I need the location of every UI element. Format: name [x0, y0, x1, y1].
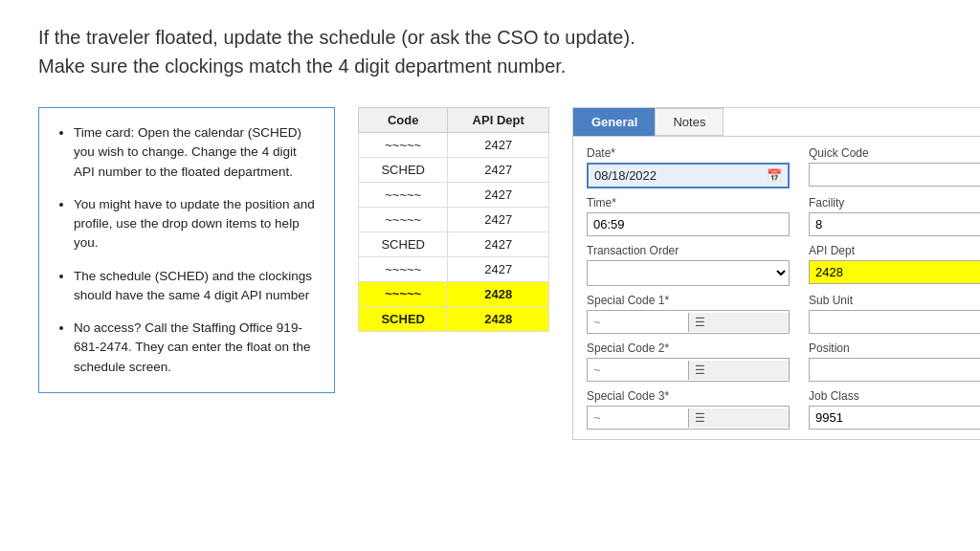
- api-dept-input-row[interactable]: ☰: [809, 260, 980, 284]
- table-row: SCHED 2427: [359, 232, 549, 257]
- table-cell-code: ~~~~~: [359, 133, 448, 158]
- tab-general[interactable]: General: [573, 108, 656, 136]
- table-cell-dept: 2427: [448, 183, 549, 208]
- quick-code-group: Quick Code ☰: [809, 146, 980, 188]
- job-class-input[interactable]: [810, 407, 980, 429]
- transaction-order-label: Transaction Order: [587, 244, 790, 257]
- quick-code-input[interactable]: [810, 164, 980, 186]
- table-row: ~~~~~ 2427: [359, 183, 549, 208]
- special-code1-group: Special Code 1* ~ ☰: [587, 294, 790, 334]
- facility-group: Facility ☰: [809, 196, 980, 236]
- api-dept-label: API Dept: [809, 244, 980, 257]
- quick-code-label: Quick Code: [809, 146, 980, 160]
- special-code1-value: ~: [588, 311, 688, 333]
- table-row: ~~~~~ 2427: [359, 133, 549, 158]
- list-item: You might have to update the position an…: [74, 195, 317, 253]
- table-row: ~~~~~ 2427: [359, 208, 549, 232]
- job-class-group: Job Class ☰: [809, 389, 980, 430]
- date-group: Date* 📅: [587, 146, 790, 188]
- special-code3-group: Special Code 3* ~ ☰: [587, 389, 790, 430]
- bullet-panel: Time card: Open the calendar (SCHED) you…: [38, 107, 335, 393]
- table-cell-code: ~~~~~: [359, 183, 448, 208]
- table-panel: Code API Dept ~~~~~ 2427 SCHED 2427 ~~~~…: [358, 107, 549, 332]
- table-cell-code: ~~~~~: [359, 282, 448, 307]
- data-table: Code API Dept ~~~~~ 2427 SCHED 2427 ~~~~…: [358, 107, 549, 332]
- header-line2: Make sure the clockings match the 4 digi…: [38, 55, 566, 77]
- position-input-row[interactable]: ☰: [809, 358, 980, 382]
- special-code2-input-row[interactable]: ~ ☰: [587, 358, 790, 382]
- table-cell-dept: 2427: [448, 257, 549, 282]
- job-class-label: Job Class: [809, 389, 980, 403]
- table-cell-dept: 2427: [448, 158, 549, 183]
- facility-label: Facility: [809, 196, 980, 209]
- special-code2-menu-icon[interactable]: ☰: [688, 361, 790, 380]
- table-cell-code: ~~~~~: [359, 257, 448, 282]
- table-row: ~~~~~ 2427: [359, 257, 549, 282]
- table-cell-code: ~~~~~: [359, 208, 448, 232]
- table-row: ~~~~~ 2428: [359, 282, 549, 307]
- form-panel: General Notes Date* 📅 Quick Code ☰: [572, 107, 980, 440]
- special-code1-input-row[interactable]: ~ ☰: [587, 310, 790, 334]
- table-cell-code: SCHED: [359, 158, 448, 183]
- header-line1: If the traveler floated, update the sche…: [38, 27, 635, 48]
- api-dept-input[interactable]: [810, 261, 980, 283]
- api-dept-group: API Dept ☰: [809, 244, 980, 286]
- form-tabs: General Notes: [573, 108, 980, 137]
- transaction-order-select[interactable]: [588, 261, 789, 285]
- special-code2-value: ~: [588, 359, 688, 381]
- special-code3-label: Special Code 3*: [587, 389, 790, 403]
- col-header-code: Code: [359, 108, 448, 133]
- time-input-row[interactable]: [587, 212, 790, 236]
- sub-unit-input[interactable]: [810, 311, 980, 333]
- special-code1-menu-icon[interactable]: ☰: [688, 313, 790, 332]
- special-code3-value: ~: [588, 407, 688, 429]
- time-label: Time*: [587, 196, 790, 209]
- position-label: Position: [809, 342, 980, 355]
- table-cell-code: SCHED: [359, 232, 448, 257]
- time-group: Time*: [587, 196, 790, 236]
- transaction-order-group: Transaction Order: [587, 244, 790, 286]
- time-input[interactable]: [588, 213, 789, 235]
- table-cell-dept: 2428: [448, 282, 549, 307]
- job-class-input-row[interactable]: ☰: [809, 406, 980, 430]
- form-body: Date* 📅 Quick Code ☰ Time*: [573, 137, 980, 439]
- sub-unit-group: Sub Unit ☰: [809, 294, 980, 334]
- facility-input[interactable]: [810, 213, 980, 235]
- table-cell-dept: 2427: [448, 232, 549, 257]
- date-input[interactable]: [589, 165, 761, 187]
- content-row: Time card: Open the calendar (SCHED) you…: [38, 107, 942, 440]
- table-row: SCHED 2428: [359, 307, 549, 332]
- header-text: If the traveler floated, update the sche…: [38, 23, 942, 80]
- table-row: SCHED 2427: [359, 158, 549, 183]
- date-label: Date*: [587, 146, 790, 160]
- special-code3-input-row[interactable]: ~ ☰: [587, 406, 790, 430]
- special-code3-menu-icon[interactable]: ☰: [688, 408, 790, 428]
- sub-unit-label: Sub Unit: [809, 294, 980, 307]
- sub-unit-input-row[interactable]: ☰: [809, 310, 980, 334]
- list-item: No access? Call the Staffing Office 919-…: [74, 319, 317, 377]
- special-code2-label: Special Code 2*: [587, 342, 790, 355]
- special-code2-group: Special Code 2* ~ ☰: [587, 342, 790, 382]
- table-cell-dept: 2427: [448, 208, 549, 232]
- table-cell-dept: 2428: [448, 307, 549, 332]
- bullet-list: Time card: Open the calendar (SCHED) you…: [56, 123, 317, 377]
- facility-input-row[interactable]: ☰: [809, 212, 980, 236]
- date-input-row[interactable]: 📅: [587, 163, 790, 188]
- list-item: Time card: Open the calendar (SCHED) you…: [74, 123, 317, 182]
- position-group: Position ☰: [809, 342, 980, 382]
- table-cell-dept: 2427: [448, 133, 549, 158]
- position-input[interactable]: [810, 359, 980, 381]
- tab-notes[interactable]: Notes: [655, 108, 724, 136]
- special-code1-label: Special Code 1*: [587, 294, 790, 307]
- list-item: The schedule (SCHED) and the clockings s…: [74, 267, 317, 306]
- table-cell-code: SCHED: [359, 307, 448, 332]
- calendar-icon[interactable]: 📅: [761, 165, 788, 186]
- quick-code-input-row[interactable]: ☰: [809, 163, 980, 187]
- transaction-order-select-row[interactable]: [587, 260, 790, 286]
- col-header-dept: API Dept: [448, 108, 549, 133]
